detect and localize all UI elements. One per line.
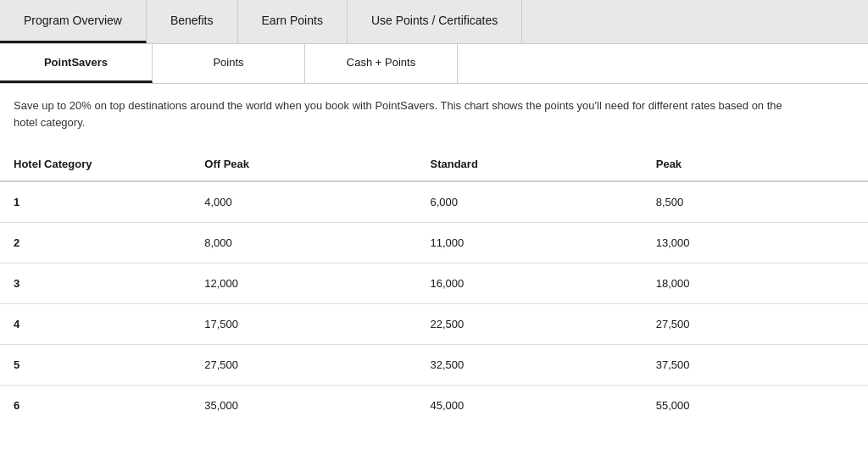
table-row: 6 35,000 45,000 55,000	[0, 386, 868, 426]
points-table: Hotel Category Off Peak Standard Peak 1 …	[0, 147, 868, 425]
cell-offpeak-0: 4,000	[191, 181, 416, 223]
cell-offpeak-4: 27,500	[191, 345, 416, 386]
description-text: Save up to 20% on top destinations aroun…	[0, 84, 797, 141]
col-header-standard: Standard	[417, 147, 643, 181]
cell-category-4: 5	[0, 345, 191, 386]
cell-peak-1: 13,000	[643, 223, 868, 264]
cell-offpeak-1: 8,000	[191, 223, 416, 264]
cell-category-2: 3	[0, 264, 191, 304]
cell-standard-5: 45,000	[417, 386, 643, 426]
cell-category-1: 2	[0, 223, 191, 264]
col-header-peak: Peak	[643, 147, 868, 181]
cell-peak-4: 37,500	[643, 345, 868, 386]
cell-standard-1: 11,000	[417, 223, 643, 264]
table-row: 2 8,000 11,000 13,000	[0, 223, 868, 264]
nav-item-benefits[interactable]: Benefits	[147, 0, 238, 43]
col-header-category: Hotel Category	[0, 147, 191, 181]
table-row: 4 17,500 22,500 27,500	[0, 304, 868, 345]
sub-tab-cash-points[interactable]: Cash + Points	[305, 44, 458, 83]
sub-tab-points[interactable]: Points	[153, 44, 305, 83]
cell-category-3: 4	[0, 304, 191, 345]
cell-peak-2: 18,000	[643, 264, 868, 304]
top-navigation: Program Overview Benefits Earn Points Us…	[0, 0, 868, 44]
nav-item-earn-points[interactable]: Earn Points	[238, 0, 348, 43]
cell-standard-0: 6,000	[417, 181, 643, 223]
table-row: 3 12,000 16,000 18,000	[0, 264, 868, 304]
cell-standard-2: 16,000	[417, 264, 643, 304]
cell-offpeak-3: 17,500	[191, 304, 416, 345]
col-header-offpeak: Off Peak	[191, 147, 416, 181]
nav-item-program-overview[interactable]: Program Overview	[0, 0, 147, 43]
cell-category-5: 6	[0, 386, 191, 426]
cell-offpeak-2: 12,000	[191, 264, 416, 304]
table-row: 1 4,000 6,000 8,500	[0, 181, 868, 223]
cell-peak-5: 55,000	[643, 386, 868, 426]
cell-standard-3: 22,500	[417, 304, 643, 345]
cell-peak-0: 8,500	[643, 181, 868, 223]
cell-category-0: 1	[0, 181, 191, 223]
table-row: 5 27,500 32,500 37,500	[0, 345, 868, 386]
sub-tabs: PointSavers Points Cash + Points	[0, 44, 868, 84]
cell-offpeak-5: 35,000	[191, 386, 416, 426]
cell-standard-4: 32,500	[417, 345, 643, 386]
nav-item-use-points[interactable]: Use Points / Certificates	[348, 0, 522, 43]
sub-tab-pointsavers[interactable]: PointSavers	[0, 44, 153, 83]
cell-peak-3: 27,500	[643, 304, 868, 345]
